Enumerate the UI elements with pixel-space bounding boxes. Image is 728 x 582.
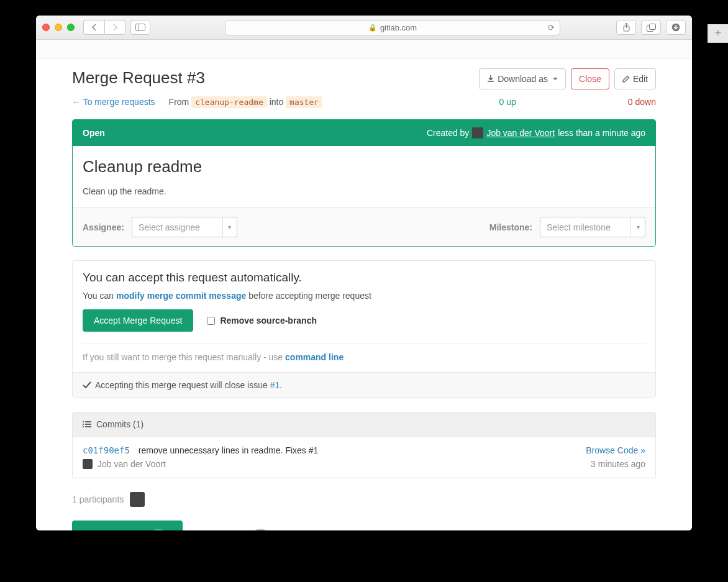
nav-buttons [83,20,125,35]
participant-avatar[interactable] [130,492,145,507]
votes-up: 0 up [499,97,516,107]
assignee-placeholder: Select assignee [139,222,200,232]
tab-changes[interactable]: Changes 1 [183,521,285,530]
commit-time: 3 minutes ago [591,459,645,469]
participants-label: 1 participants [72,494,124,504]
source-branch: cleanup-readme [191,96,267,108]
commits-header: Commits (1) [73,412,655,437]
mr-state: Open [83,128,105,138]
sidebar-icon [135,24,145,31]
commit-sha[interactable]: c01f90ef5 [83,445,130,455]
votes-down: 0 down [628,97,656,107]
sidebar-toggle-button[interactable] [130,20,150,35]
page-title: Merge Request #3 [72,68,479,88]
svg-rect-6 [83,421,84,422]
window-controls [42,24,75,31]
check-icon [83,381,91,389]
browser-window: 🔒 gitlab.com ⟳ + Merge Request #3 D [36,16,692,530]
branch-info: From cleanup-readme into master [169,97,322,107]
sub-header: ← To merge requests From cleanup-readme … [72,97,656,107]
comment-icon [89,530,99,530]
download-icon [487,75,494,83]
list-icon [83,421,91,428]
accept-box: You can accept this request automaticall… [72,260,656,398]
accept-merge-button[interactable]: Accept Merge Request [83,309,193,332]
commits-box: Commits (1) c01f90ef5 remove unnecessary… [72,412,656,478]
share-icon [622,23,630,32]
url-text: gitlab.com [380,23,417,32]
pencil-icon [622,75,630,83]
downloads-button[interactable] [666,20,686,35]
lock-icon: 🔒 [368,24,377,32]
edit-mr-button[interactable]: Edit [614,68,656,89]
browse-code-link[interactable]: Browse Code » [586,445,645,455]
remove-branch-checkbox[interactable] [207,317,215,325]
tabs: Discussion 0 Changes 1 [72,521,656,530]
titlebar: 🔒 gitlab.com ⟳ [36,16,692,40]
chevron-left-icon [91,24,98,31]
modify-commit-link[interactable]: modify merge commit message [116,291,246,301]
close-window-button[interactable] [42,24,50,31]
mr-header: Merge Request #3 Download as Close Edit [72,68,656,89]
mr-description: Clean up the readme. [83,186,645,196]
reload-button[interactable]: ⟳ [548,23,555,32]
changes-count: 1 [253,529,268,530]
commit-author-avatar [83,459,93,469]
chevron-right-icon [112,24,118,31]
created-time: less than a minute ago [558,128,645,138]
close-label: Close [579,74,601,84]
mr-title: Cleanup readme [83,157,645,176]
issue-link[interactable]: #1 [270,380,280,390]
zoom-window-button[interactable] [67,24,75,31]
tab-discussion[interactable]: Discussion 0 [72,521,183,530]
forward-button[interactable] [104,20,125,35]
target-branch: master [286,96,322,108]
accept-heading: You can accept this request automaticall… [83,271,645,284]
commit-row: c01f90ef5 remove unnecessary lines in re… [73,437,655,478]
assignee-label: Assignee: [83,222,124,232]
commit-author: Job van der Voort [98,459,166,469]
svg-rect-8 [83,424,84,425]
milestone-placeholder: Select milestone [547,222,611,232]
manual-merge-text: If you still want to merge this request … [83,352,645,362]
tabs-button[interactable] [641,20,661,35]
share-button[interactable] [616,20,636,35]
mr-panel: Open Created by Job van der Voort less t… [72,119,656,247]
svg-rect-10 [83,426,84,427]
milestone-select[interactable]: Select milestone [540,217,645,237]
svg-rect-9 [85,424,91,425]
accept-footer: Accepting this merge request will close … [73,372,655,398]
author-link[interactable]: Job van der Voort [486,128,555,138]
download-as-label: Download as [498,74,548,84]
commit-message: remove unnecessary lines in readme. Fixe… [139,445,318,455]
close-mr-button[interactable]: Close [571,68,609,89]
tabs-icon [647,24,656,32]
edit-label: Edit [633,74,648,84]
mr-panel-header: Open Created by Job van der Voort less t… [73,120,655,146]
svg-rect-4 [649,24,655,29]
created-by-label: Created by [427,128,469,138]
back-to-mrs-link[interactable]: ← To merge requests [72,97,155,107]
remove-branch-label[interactable]: Remove source-branch [207,316,317,325]
download-as-button[interactable]: Download as [479,68,566,89]
page-content: Merge Request #3 Download as Close Edit … [36,58,692,530]
tab-strip: + [36,40,692,58]
svg-rect-0 [136,24,145,31]
milestone-label: Milestone: [489,222,532,232]
author-avatar [472,127,483,139]
back-button[interactable] [83,20,104,35]
svg-rect-11 [85,426,91,427]
assignee-select[interactable]: Select assignee [132,217,237,237]
svg-rect-7 [85,421,91,422]
url-bar[interactable]: 🔒 gitlab.com ⟳ [225,20,560,35]
command-line-link[interactable]: command line [285,352,344,362]
minimize-window-button[interactable] [55,24,62,31]
discussion-count: 0 [152,529,166,530]
participants: 1 participants [72,492,656,507]
accept-subtext: You can modify merge commit message befo… [83,291,645,301]
download-circle-icon [671,23,680,32]
